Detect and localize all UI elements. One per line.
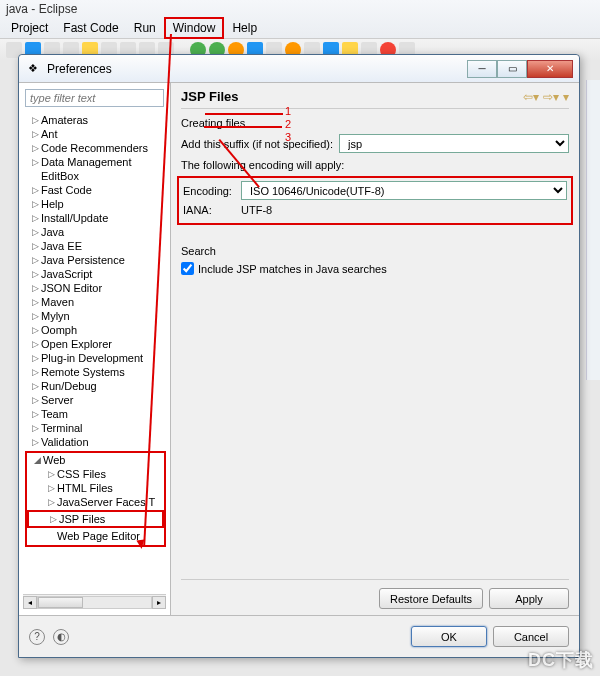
menu-run[interactable]: Run — [127, 19, 163, 37]
dialog-title: Preferences — [47, 62, 467, 76]
tree-item[interactable]: ▷JavaServer Faces T — [27, 495, 164, 509]
tree-item[interactable]: ▷Plug-in Development — [25, 351, 166, 365]
tree-label: JSON Editor — [41, 282, 102, 294]
import-export-icon[interactable]: ◐ — [53, 629, 69, 645]
tree-item[interactable]: ▷Amateras — [25, 113, 166, 127]
help-icon[interactable]: ? — [29, 629, 45, 645]
back-icon[interactable]: ⇦▾ — [523, 90, 539, 104]
menu-help[interactable]: Help — [225, 19, 264, 37]
suffix-select[interactable]: jsp — [339, 134, 569, 153]
tree-label: Open Explorer — [41, 338, 112, 350]
tree-label: Team — [41, 408, 68, 420]
tree-label: Java Persistence — [41, 254, 125, 266]
expand-icon: ▷ — [29, 395, 41, 405]
tree-item[interactable]: ▷JSON Editor — [25, 281, 166, 295]
ok-button[interactable]: OK — [411, 626, 487, 647]
apply-button[interactable]: Apply — [489, 588, 569, 609]
include-jsp-label: Include JSP matches in Java searches — [198, 263, 387, 275]
menu-icon[interactable]: ▾ — [563, 90, 569, 104]
tree-item[interactable]: ▷EditBox — [25, 169, 166, 183]
tree-item[interactable]: ▷Oomph — [25, 323, 166, 337]
tree-pane: ▷Amateras▷Ant▷Code Recommenders▷Data Man… — [19, 83, 171, 615]
suffix-label: Add this suffix (if not specified): — [181, 138, 333, 150]
tree-item[interactable]: ▷Ant — [25, 127, 166, 141]
tree-item[interactable]: ▷Java Persistence — [25, 253, 166, 267]
expand-icon: ▷ — [29, 367, 41, 377]
tree-item[interactable]: ▷Run/Debug — [25, 379, 166, 393]
close-button[interactable]: ✕ — [527, 60, 573, 78]
expand-icon: ▷ — [47, 514, 59, 524]
watermark: DC下载 — [528, 648, 594, 672]
tree-item[interactable]: ▷Data Management — [25, 155, 166, 169]
expand-icon: ▷ — [29, 199, 41, 209]
tree-label: Java — [41, 226, 64, 238]
include-jsp-checkbox[interactable] — [181, 262, 194, 275]
expand-icon: ▷ — [45, 497, 57, 507]
tree-item[interactable]: ▷Terminal — [25, 421, 166, 435]
expand-icon: ▷ — [29, 157, 41, 167]
tree-label: Amateras — [41, 114, 88, 126]
expand-icon: ▷ — [29, 283, 41, 293]
expand-icon: ▷ — [29, 227, 41, 237]
expand-icon: ▷ — [29, 269, 41, 279]
horizontal-scrollbar[interactable]: ◂ ▸ — [23, 594, 166, 609]
expand-icon: ▷ — [29, 213, 41, 223]
filter-input[interactable] — [25, 89, 164, 107]
tree-item[interactable]: ▷Install/Update — [25, 211, 166, 225]
forward-icon[interactable]: ⇨▾ — [543, 90, 559, 104]
tree-item[interactable]: ▷Code Recommenders — [25, 141, 166, 155]
tree-label: JSP Files — [59, 513, 105, 525]
search-label: Search — [181, 245, 569, 257]
restore-defaults-button[interactable]: Restore Defaults — [379, 588, 483, 609]
scroll-right-button[interactable]: ▸ — [152, 596, 166, 609]
dialog-titlebar: ❖ Preferences ─ ▭ ✕ — [19, 55, 579, 83]
expand-icon: ▷ — [29, 129, 41, 139]
maximize-button[interactable]: ▭ — [497, 60, 527, 78]
tree-item[interactable]: ▷Java EE — [25, 239, 166, 253]
tree-label: Ant — [41, 128, 58, 140]
tree-item[interactable]: ▷Open Explorer — [25, 337, 166, 351]
tree-label: EditBox — [41, 170, 79, 182]
menu-project[interactable]: Project — [4, 19, 55, 37]
annotation-line — [205, 113, 283, 115]
scrollbar-thumb[interactable] — [38, 597, 83, 608]
eclipse-title: java - Eclipse — [0, 0, 600, 18]
tree-label: JavaScript — [41, 268, 92, 280]
tree-label: HTML Files — [57, 482, 113, 494]
expand-icon: ▷ — [29, 353, 41, 363]
tree-label: Remote Systems — [41, 366, 125, 378]
tree-label: Web Page Editor — [57, 530, 140, 542]
tree-item-web[interactable]: ◢Web — [27, 453, 164, 467]
expand-icon: ▷ — [29, 115, 41, 125]
content-pane: JSP Files ⇦▾ ⇨▾ ▾ Creating files Add thi… — [171, 83, 579, 615]
tree-label: Oomph — [41, 324, 77, 336]
tree-label: Server — [41, 394, 73, 406]
tree-item[interactable]: ▷CSS Files — [27, 467, 164, 481]
tree-item[interactable]: ▷Validation — [25, 435, 166, 449]
cancel-button[interactable]: Cancel — [493, 626, 569, 647]
tree-item[interactable]: ▷JavaScript — [25, 267, 166, 281]
scroll-left-button[interactable]: ◂ — [23, 596, 37, 609]
annotation-arrowhead — [136, 539, 145, 549]
expand-icon: ▷ — [29, 143, 41, 153]
tree-label: Java EE — [41, 240, 82, 252]
collapse-icon: ◢ — [31, 455, 43, 465]
annotation-numbers: 123 — [285, 105, 291, 144]
tree-item[interactable]: ▷Remote Systems — [25, 365, 166, 379]
tree-item[interactable]: ▷Help — [25, 197, 166, 211]
preferences-dialog: ❖ Preferences ─ ▭ ✕ ▷Amateras▷Ant▷Code R… — [18, 54, 580, 658]
minimize-button[interactable]: ─ — [467, 60, 497, 78]
tree-item[interactable]: ▷Team — [25, 407, 166, 421]
expand-icon: ▷ — [29, 241, 41, 251]
menu-window[interactable]: Window — [164, 17, 225, 39]
encoding-select[interactable]: ISO 10646/Unicode(UTF-8) — [241, 181, 567, 200]
tree-item[interactable]: ▷Mylyn — [25, 309, 166, 323]
tree-item[interactable]: ▷Maven — [25, 295, 166, 309]
tree-item[interactable]: ▷Java — [25, 225, 166, 239]
tree-item[interactable]: ▷HTML Files — [27, 481, 164, 495]
tree-label: Help — [41, 198, 64, 210]
tree-label: Data Management — [41, 156, 132, 168]
tree-item[interactable]: ▷Fast Code — [25, 183, 166, 197]
menu-fastcode[interactable]: Fast Code — [56, 19, 125, 37]
tree-item[interactable]: ▷Server — [25, 393, 166, 407]
